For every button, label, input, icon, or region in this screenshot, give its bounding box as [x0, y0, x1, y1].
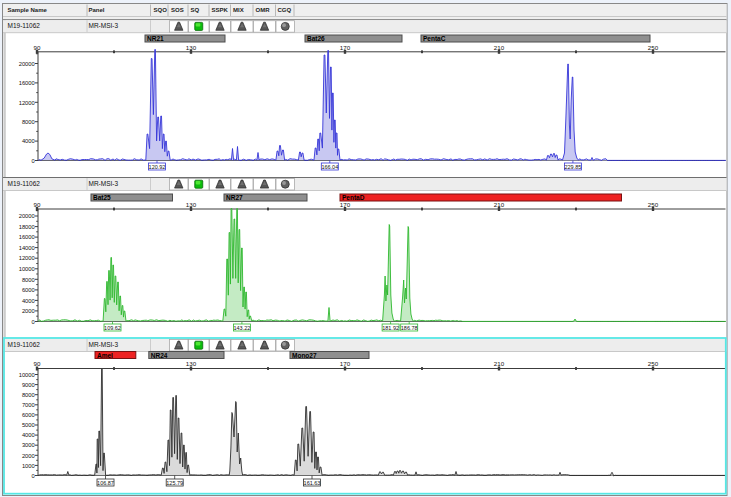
svg-text:170: 170 [340, 201, 351, 208]
svg-text:SOS: SOS [171, 7, 184, 13]
svg-text:PentaC: PentaC [423, 35, 446, 42]
svg-text:130: 130 [186, 201, 197, 208]
svg-text:210: 210 [494, 201, 505, 208]
svg-text:12000: 12000 [19, 255, 35, 261]
svg-text:170: 170 [340, 44, 351, 51]
svg-text:106.87: 106.87 [97, 480, 114, 486]
svg-text:Panel: Panel [89, 7, 105, 13]
svg-text:0: 0 [32, 158, 35, 164]
svg-text:130: 130 [186, 360, 197, 367]
svg-text:18000: 18000 [19, 224, 35, 230]
svg-text:8000: 8000 [22, 119, 35, 125]
svg-text:2000: 2000 [22, 308, 35, 314]
svg-text:OMR: OMR [256, 7, 271, 13]
svg-text:166.04: 166.04 [321, 164, 338, 170]
svg-text:4000: 4000 [22, 432, 35, 438]
svg-text:161.63: 161.63 [304, 480, 321, 486]
svg-text:MR-MSI-3: MR-MSI-3 [89, 180, 119, 187]
svg-text:7000: 7000 [22, 402, 35, 408]
svg-text:14000: 14000 [19, 245, 35, 251]
svg-text:229.85: 229.85 [564, 164, 581, 170]
svg-text:4000: 4000 [22, 138, 35, 144]
svg-text:NR21: NR21 [147, 35, 164, 42]
svg-text:2000: 2000 [22, 453, 35, 459]
svg-text:Sample Name: Sample Name [8, 7, 48, 13]
svg-text:16000: 16000 [19, 234, 35, 240]
svg-text:M19-11062: M19-11062 [8, 341, 41, 348]
svg-text:SQO: SQO [154, 7, 168, 13]
svg-text:6000: 6000 [22, 412, 35, 418]
svg-text:MR-MSI-3: MR-MSI-3 [89, 22, 119, 29]
svg-text:1000: 1000 [22, 463, 35, 469]
svg-text:210: 210 [494, 360, 505, 367]
svg-text:0: 0 [32, 473, 35, 479]
svg-text:Bat25: Bat25 [93, 194, 111, 201]
svg-text:3000: 3000 [22, 442, 35, 448]
svg-text:12000: 12000 [19, 100, 35, 106]
svg-text:Mono27: Mono27 [292, 352, 317, 359]
svg-text:NR27: NR27 [226, 194, 243, 201]
svg-text:10000: 10000 [19, 372, 35, 378]
svg-text:CGQ: CGQ [278, 7, 292, 13]
svg-text:20000: 20000 [19, 213, 35, 219]
svg-text:SSPK: SSPK [212, 7, 229, 13]
svg-text:Bat26: Bat26 [307, 35, 325, 42]
svg-text:0: 0 [32, 319, 35, 325]
svg-text:250: 250 [648, 360, 659, 367]
svg-text:MIX: MIX [233, 7, 244, 13]
svg-text:210: 210 [494, 44, 505, 51]
svg-text:170: 170 [340, 360, 351, 367]
svg-text:4000: 4000 [22, 298, 35, 304]
svg-text:130: 130 [186, 44, 197, 51]
svg-text:109.62: 109.62 [104, 325, 121, 331]
svg-text:NR24: NR24 [151, 352, 168, 359]
svg-text:143.22: 143.22 [233, 325, 250, 331]
svg-text:9000: 9000 [22, 382, 35, 388]
svg-text:20000: 20000 [19, 61, 35, 67]
svg-text:MR-MSI-3: MR-MSI-3 [89, 341, 119, 348]
svg-text:90: 90 [34, 360, 41, 367]
svg-text:16000: 16000 [19, 80, 35, 86]
svg-text:250: 250 [648, 44, 659, 51]
svg-text:90: 90 [34, 201, 41, 208]
svg-text:120.92: 120.92 [149, 164, 166, 170]
svg-text:8000: 8000 [22, 277, 35, 283]
svg-text:8000: 8000 [22, 392, 35, 398]
svg-text:M19-11062: M19-11062 [8, 22, 41, 29]
svg-text:SQ: SQ [191, 7, 200, 13]
svg-text:250: 250 [648, 201, 659, 208]
svg-text:M19-11062: M19-11062 [8, 180, 41, 187]
svg-text:90: 90 [34, 44, 41, 51]
svg-text:181.92: 181.92 [382, 325, 399, 331]
svg-text:5000: 5000 [22, 422, 35, 428]
svg-text:Amel: Amel [97, 352, 113, 359]
svg-text:10000: 10000 [19, 266, 35, 272]
svg-text:6000: 6000 [22, 287, 35, 293]
svg-text:186.78: 186.78 [401, 325, 418, 331]
svg-text:125.79: 125.79 [166, 480, 183, 486]
